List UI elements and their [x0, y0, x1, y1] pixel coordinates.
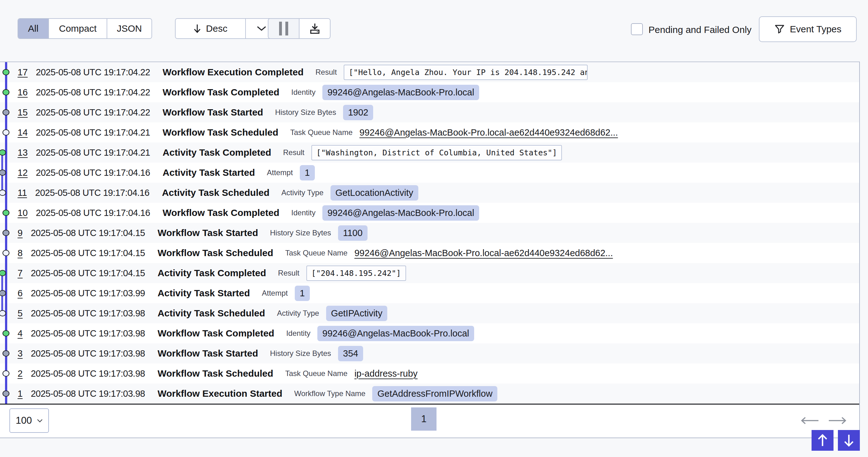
scroll-to-bottom-button[interactable]: [838, 430, 860, 451]
download-icon: [309, 22, 321, 35]
event-id-link[interactable]: 13: [18, 147, 28, 158]
download-button[interactable]: [299, 19, 330, 38]
event-detail-link[interactable]: ip-address-ruby: [354, 369, 417, 379]
event-id-link[interactable]: 17: [18, 67, 28, 78]
sort-control: Desc: [175, 18, 278, 39]
event-detail-label: Identity: [291, 208, 315, 217]
arrow-up-icon: [816, 434, 829, 447]
event-id-link[interactable]: 5: [18, 308, 23, 319]
event-status-dot-scheduled: [2, 370, 9, 377]
tab-json[interactable]: JSON: [106, 19, 151, 38]
event-row[interactable]: 42025-05-08 UTC 19:17:03.98Workflow Task…: [0, 323, 859, 343]
event-id-link[interactable]: 10: [18, 208, 28, 218]
event-row[interactable]: 122025-05-08 UTC 19:17:04.16Activity Tas…: [0, 163, 859, 183]
event-timestamp: 2025-05-08 UTC 19:17:03.98: [31, 348, 145, 359]
event-id-link[interactable]: 15: [18, 107, 28, 118]
event-detail-badge: 99246@Angelas-MacBook-Pro.local: [322, 85, 479, 100]
event-row[interactable]: 172025-05-08 UTC 19:17:04.22Workflow Exe…: [0, 62, 859, 82]
event-history-panel: 172025-05-08 UTC 19:17:04.22Workflow Exe…: [0, 61, 860, 438]
event-detail-label: Task Queue Name: [285, 249, 347, 257]
event-name: Activity Task Completed: [163, 147, 271, 158]
event-row[interactable]: 22025-05-08 UTC 19:17:03.98Workflow Task…: [0, 364, 859, 383]
arrow-down-icon: [843, 434, 855, 447]
event-row[interactable]: 32025-05-08 UTC 19:17:03.98Workflow Task…: [0, 343, 859, 364]
event-name: Workflow Task Scheduled: [157, 368, 273, 379]
pending-failed-checkbox[interactable]: [631, 23, 643, 35]
pause-button[interactable]: [269, 19, 299, 38]
next-page-arrow[interactable]: [828, 417, 846, 425]
event-timestamp: 2025-05-08 UTC 19:17:03.98: [31, 369, 145, 379]
view-mode-tabs: All Compact JSON: [18, 18, 152, 39]
event-id-link[interactable]: 2: [18, 369, 23, 379]
page-number-button[interactable]: 1: [411, 407, 436, 431]
event-detail-label: Result: [283, 148, 305, 157]
event-timestamp: 2025-05-08 UTC 19:17:03.98: [31, 308, 145, 319]
event-status-dot-completed: [2, 69, 9, 75]
event-id-link[interactable]: 12: [18, 168, 28, 178]
previous-page-arrow[interactable]: [801, 417, 819, 425]
event-result-code: ["Hello, Angela Zhou. Your IP is 204.148…: [344, 65, 588, 80]
event-row[interactable]: 12025-05-08 UTC 19:17:03.98Workflow Exec…: [0, 383, 859, 404]
event-status-dot-started: [2, 230, 9, 236]
event-types-label: Event Types: [790, 24, 842, 34]
event-id-link[interactable]: 14: [18, 127, 28, 138]
tab-all[interactable]: All: [18, 19, 48, 38]
event-row[interactable]: 132025-05-08 UTC 19:17:04.21Activity Tas…: [0, 143, 859, 163]
event-row[interactable]: 162025-05-08 UTC 19:17:04.22Workflow Tas…: [0, 82, 859, 102]
event-row[interactable]: 92025-05-08 UTC 19:17:04.15Workflow Task…: [0, 223, 859, 243]
event-name: Activity Task Completed: [157, 268, 266, 278]
event-detail-badge: 99246@Angelas-MacBook-Pro.local: [322, 205, 479, 221]
event-timestamp: 2025-05-08 UTC 19:17:04.22: [36, 107, 150, 118]
event-row[interactable]: 152025-05-08 UTC 19:17:04.22Workflow Tas…: [0, 102, 859, 122]
event-detail-label: Identity: [291, 88, 315, 97]
event-id-link[interactable]: 1: [18, 389, 23, 399]
event-status-dot-completed: [2, 330, 9, 337]
event-name: Workflow Execution Started: [157, 388, 282, 399]
event-detail-label: Attempt: [267, 168, 293, 177]
toolbar: All Compact JSON Desc: [0, 0, 868, 61]
scroll-to-top-button[interactable]: [811, 430, 834, 451]
event-timestamp: 2025-05-08 UTC 19:17:04.15: [31, 268, 145, 278]
event-row[interactable]: 62025-05-08 UTC 19:17:03.99Activity Task…: [0, 283, 859, 303]
event-id-link[interactable]: 4: [18, 328, 23, 339]
event-detail-badge: 354: [338, 346, 363, 361]
event-detail-badge: 1100: [338, 225, 368, 241]
event-name: Workflow Task Started: [163, 107, 264, 118]
page-size-select[interactable]: 100: [9, 408, 49, 433]
event-row[interactable]: 52025-05-08 UTC 19:17:03.98Activity Task…: [0, 303, 859, 323]
event-name: Workflow Task Completed: [163, 87, 279, 97]
event-result-code: ["204.148.195.242"]: [306, 265, 406, 281]
pagination-bar: 100 1: [0, 405, 859, 437]
filter-funnel-icon: [774, 24, 785, 34]
event-row[interactable]: 112025-05-08 UTC 19:17:04.16Activity Tas…: [0, 183, 859, 203]
event-status-dot-started: [2, 350, 9, 356]
event-detail-badge: 99246@Angelas-MacBook-Pro.local: [317, 326, 474, 341]
chevron-down-icon: [257, 26, 266, 31]
event-status-dot-completed: [2, 210, 9, 216]
tab-compact[interactable]: Compact: [48, 19, 106, 38]
event-detail-label: Task Queue Name: [290, 128, 353, 137]
event-detail-label: Result: [278, 269, 300, 278]
event-id-link[interactable]: 11: [18, 188, 27, 198]
event-detail-link[interactable]: 99246@Angelas-MacBook-Pro.local-ae62d440…: [354, 248, 613, 258]
event-detail-label: Activity Type: [277, 309, 319, 318]
page-size-value: 100: [16, 415, 32, 426]
event-id-link[interactable]: 8: [18, 248, 23, 258]
event-id-link[interactable]: 3: [18, 348, 23, 359]
event-row[interactable]: 142025-05-08 UTC 19:17:04.21Workflow Tas…: [0, 122, 859, 143]
event-detail-link[interactable]: 99246@Angelas-MacBook-Pro.local-ae62d440…: [360, 127, 618, 138]
event-detail-badge: 1: [295, 286, 310, 301]
event-id-link[interactable]: 7: [18, 268, 23, 278]
event-row[interactable]: 102025-05-08 UTC 19:17:04.16Workflow Tas…: [0, 203, 859, 223]
event-name: Activity Task Scheduled: [162, 188, 269, 198]
event-history-table: 172025-05-08 UTC 19:17:04.22Workflow Exe…: [0, 62, 859, 404]
event-row[interactable]: 82025-05-08 UTC 19:17:04.15Workflow Task…: [0, 243, 859, 263]
event-row[interactable]: 72025-05-08 UTC 19:17:04.15Activity Task…: [0, 263, 859, 283]
event-types-button[interactable]: Event Types: [759, 16, 857, 42]
event-detail-badge: 1: [300, 165, 315, 180]
event-id-link[interactable]: 6: [18, 288, 23, 298]
event-id-link[interactable]: 16: [18, 87, 28, 97]
event-timestamp: 2025-05-08 UTC 19:17:04.16: [35, 188, 149, 198]
event-id-link[interactable]: 9: [18, 228, 23, 238]
sort-desc-button[interactable]: Desc: [176, 19, 245, 38]
